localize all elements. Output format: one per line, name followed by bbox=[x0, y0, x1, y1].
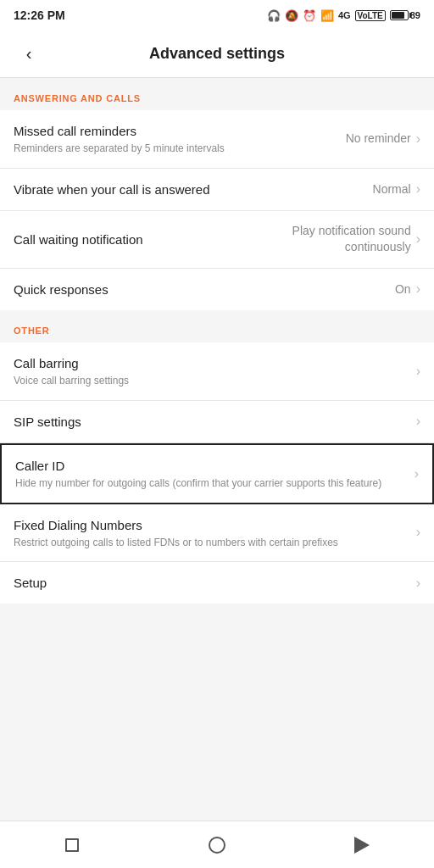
mute-icon: 🔕 bbox=[285, 9, 298, 22]
quick-responses-title: Quick responses bbox=[14, 281, 388, 298]
chevron-icon: › bbox=[416, 231, 420, 247]
back-nav-button[interactable] bbox=[347, 830, 377, 860]
vibrate-call-answered-item[interactable]: Vibrate when your call is answered Norma… bbox=[0, 169, 434, 211]
page-title: Advanced settings bbox=[51, 45, 383, 63]
chevron-icon: › bbox=[416, 364, 420, 379]
recent-apps-button[interactable] bbox=[57, 830, 87, 860]
sip-settings-title: SIP settings bbox=[14, 413, 404, 431]
recent-apps-icon bbox=[65, 838, 79, 852]
missed-call-reminders-value: No reminder bbox=[346, 131, 411, 147]
answering-calls-list: Missed call reminders Reminders are sepa… bbox=[0, 110, 434, 310]
vibrate-call-answered-right: Normal › bbox=[373, 181, 420, 198]
section-header-answering-calls: ANSWERING AND CALLS bbox=[0, 78, 434, 110]
caller-id-item[interactable]: Caller ID Hide my number for outgoing ca… bbox=[0, 443, 434, 504]
missed-call-reminders-right: No reminder › bbox=[346, 131, 420, 147]
sip-settings-item[interactable]: SIP settings › bbox=[0, 401, 434, 443]
network-4g-icon: 4G bbox=[338, 10, 351, 20]
setup-item[interactable]: Setup › bbox=[0, 562, 434, 604]
caller-id-content: Caller ID Hide my number for outgoing ca… bbox=[15, 457, 409, 491]
call-waiting-notification-title: Call waiting notification bbox=[14, 231, 269, 248]
call-waiting-notification-item[interactable]: Call waiting notification Play notificat… bbox=[0, 211, 434, 269]
caller-id-subtitle: Hide my number for outgoing calls (confi… bbox=[15, 476, 403, 491]
section-header-other: OTHER bbox=[0, 310, 434, 342]
call-waiting-notification-right: Play notification sound continuously › bbox=[275, 223, 420, 256]
setup-content: Setup bbox=[14, 574, 411, 592]
fixed-dialing-numbers-content: Fixed Dialing Numbers Restrict outgoing … bbox=[14, 516, 411, 550]
quick-responses-value: On bbox=[395, 281, 411, 298]
back-nav-icon bbox=[354, 837, 370, 854]
missed-call-reminders-item[interactable]: Missed call reminders Reminders are sepa… bbox=[0, 110, 434, 169]
status-bar: 12:26 PM 🎧 🔕 ⏰ 📶 4G VoLTE 89 bbox=[0, 0, 434, 31]
content-area: ANSWERING AND CALLS Missed call reminder… bbox=[0, 78, 434, 651]
status-icons: 🎧 🔕 ⏰ 📶 4G VoLTE 89 bbox=[267, 9, 420, 22]
fixed-dialing-numbers-item[interactable]: Fixed Dialing Numbers Restrict outgoing … bbox=[0, 504, 434, 563]
fixed-dialing-numbers-subtitle: Restrict outgoing calls to listed FDNs o… bbox=[14, 536, 404, 550]
chevron-icon: › bbox=[416, 525, 420, 540]
call-barring-right: › bbox=[411, 364, 420, 379]
home-icon bbox=[209, 837, 225, 854]
network-volte-icon: VoLTE bbox=[355, 10, 386, 21]
fixed-dialing-numbers-title: Fixed Dialing Numbers bbox=[14, 516, 404, 534]
call-barring-subtitle: Voice call barring settings bbox=[14, 374, 404, 388]
setup-title: Setup bbox=[14, 574, 404, 592]
call-waiting-notification-content: Call waiting notification bbox=[14, 231, 275, 248]
chevron-icon: › bbox=[416, 414, 420, 429]
chevron-icon: › bbox=[415, 466, 419, 481]
call-waiting-notification-value: Play notification sound continuously bbox=[275, 223, 411, 256]
battery-indicator: 89 bbox=[390, 10, 420, 20]
vibrate-call-answered-content: Vibrate when your call is answered bbox=[14, 181, 373, 198]
call-barring-title: Call barring bbox=[14, 354, 404, 372]
status-time: 12:26 PM bbox=[14, 8, 65, 22]
bottom-nav bbox=[0, 821, 434, 868]
call-barring-content: Call barring Voice call barring settings bbox=[14, 354, 411, 388]
missed-call-reminders-subtitle: Reminders are separated by 5 minute inte… bbox=[14, 142, 339, 156]
vibrate-call-answered-title: Vibrate when your call is answered bbox=[14, 181, 366, 198]
other-list: Call barring Voice call barring settings… bbox=[0, 342, 434, 604]
back-button[interactable]: ‹ bbox=[14, 39, 44, 70]
chevron-icon: › bbox=[416, 576, 420, 591]
quick-responses-right: On › bbox=[395, 281, 420, 298]
home-button[interactable] bbox=[202, 830, 232, 860]
caller-id-title: Caller ID bbox=[15, 457, 403, 475]
signal-icon: 📶 bbox=[320, 9, 334, 22]
sip-settings-content: SIP settings bbox=[14, 413, 411, 431]
header: ‹ Advanced settings bbox=[0, 31, 434, 78]
caller-id-right: › bbox=[409, 466, 419, 481]
sip-settings-right: › bbox=[411, 414, 420, 429]
chevron-icon: › bbox=[416, 131, 420, 147]
setup-right: › bbox=[411, 576, 420, 591]
fixed-dialing-numbers-right: › bbox=[411, 525, 420, 540]
alarm-icon: ⏰ bbox=[303, 9, 316, 22]
chevron-icon: › bbox=[416, 281, 420, 297]
call-barring-item[interactable]: Call barring Voice call barring settings… bbox=[0, 342, 434, 401]
back-arrow-icon: ‹ bbox=[26, 44, 32, 64]
vibrate-call-answered-value: Normal bbox=[373, 181, 411, 198]
missed-call-reminders-title: Missed call reminders bbox=[14, 122, 339, 140]
quick-responses-content: Quick responses bbox=[14, 281, 395, 298]
missed-call-reminders-content: Missed call reminders Reminders are sepa… bbox=[14, 122, 346, 156]
headphone-icon: 🎧 bbox=[267, 9, 281, 22]
chevron-icon: › bbox=[416, 181, 420, 197]
quick-responses-item[interactable]: Quick responses On › bbox=[0, 269, 434, 310]
battery-level: 89 bbox=[410, 10, 420, 20]
